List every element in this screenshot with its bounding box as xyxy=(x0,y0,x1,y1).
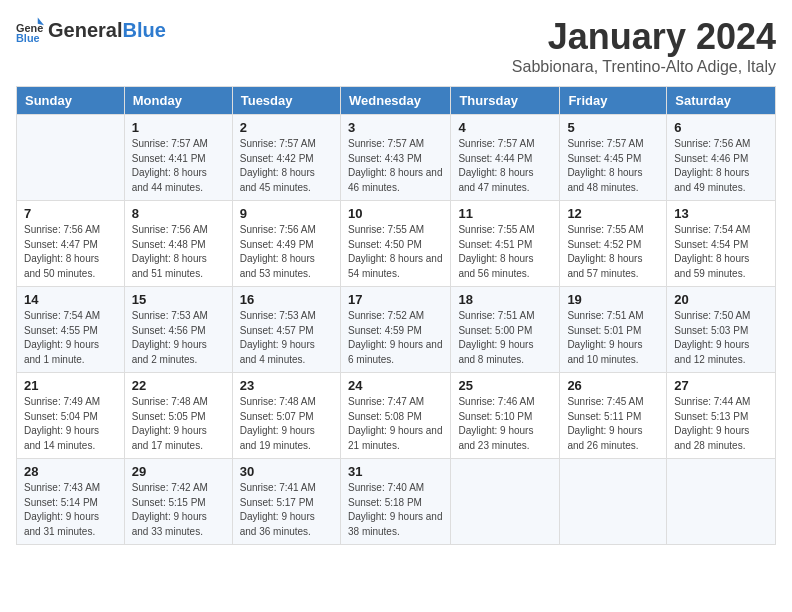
day-number: 23 xyxy=(240,378,333,393)
logo-general: General xyxy=(48,19,122,42)
day-number: 3 xyxy=(348,120,443,135)
day-number: 13 xyxy=(674,206,768,221)
day-info: Sunrise: 7:57 AMSunset: 4:41 PMDaylight:… xyxy=(132,137,225,195)
calendar-cell: 20Sunrise: 7:50 AMSunset: 5:03 PMDayligh… xyxy=(667,287,776,373)
day-number: 26 xyxy=(567,378,659,393)
calendar-table: SundayMondayTuesdayWednesdayThursdayFrid… xyxy=(16,86,776,545)
day-info: Sunrise: 7:55 AMSunset: 4:51 PMDaylight:… xyxy=(458,223,552,281)
day-number: 2 xyxy=(240,120,333,135)
logo: General Blue GeneralBlue xyxy=(16,16,166,44)
calendar-cell: 14Sunrise: 7:54 AMSunset: 4:55 PMDayligh… xyxy=(17,287,125,373)
day-number: 18 xyxy=(458,292,552,307)
day-number: 7 xyxy=(24,206,117,221)
calendar-cell: 25Sunrise: 7:46 AMSunset: 5:10 PMDayligh… xyxy=(451,373,560,459)
day-number: 12 xyxy=(567,206,659,221)
day-info: Sunrise: 7:44 AMSunset: 5:13 PMDaylight:… xyxy=(674,395,768,453)
calendar-cell: 23Sunrise: 7:48 AMSunset: 5:07 PMDayligh… xyxy=(232,373,340,459)
day-info: Sunrise: 7:57 AMSunset: 4:43 PMDaylight:… xyxy=(348,137,443,195)
day-number: 25 xyxy=(458,378,552,393)
day-info: Sunrise: 7:43 AMSunset: 5:14 PMDaylight:… xyxy=(24,481,117,539)
day-number: 5 xyxy=(567,120,659,135)
calendar-cell: 1Sunrise: 7:57 AMSunset: 4:41 PMDaylight… xyxy=(124,115,232,201)
day-info: Sunrise: 7:56 AMSunset: 4:46 PMDaylight:… xyxy=(674,137,768,195)
day-info: Sunrise: 7:56 AMSunset: 4:49 PMDaylight:… xyxy=(240,223,333,281)
day-info: Sunrise: 7:54 AMSunset: 4:55 PMDaylight:… xyxy=(24,309,117,367)
day-number: 16 xyxy=(240,292,333,307)
calendar-cell: 18Sunrise: 7:51 AMSunset: 5:00 PMDayligh… xyxy=(451,287,560,373)
day-info: Sunrise: 7:54 AMSunset: 4:54 PMDaylight:… xyxy=(674,223,768,281)
day-number: 9 xyxy=(240,206,333,221)
day-number: 14 xyxy=(24,292,117,307)
day-info: Sunrise: 7:55 AMSunset: 4:50 PMDaylight:… xyxy=(348,223,443,281)
day-number: 21 xyxy=(24,378,117,393)
weekday-header-sunday: Sunday xyxy=(17,87,125,115)
calendar-cell: 11Sunrise: 7:55 AMSunset: 4:51 PMDayligh… xyxy=(451,201,560,287)
day-info: Sunrise: 7:57 AMSunset: 4:45 PMDaylight:… xyxy=(567,137,659,195)
calendar-cell: 27Sunrise: 7:44 AMSunset: 5:13 PMDayligh… xyxy=(667,373,776,459)
calendar-cell: 31Sunrise: 7:40 AMSunset: 5:18 PMDayligh… xyxy=(340,459,450,545)
week-row-1: 1Sunrise: 7:57 AMSunset: 4:41 PMDaylight… xyxy=(17,115,776,201)
day-info: Sunrise: 7:40 AMSunset: 5:18 PMDaylight:… xyxy=(348,481,443,539)
day-info: Sunrise: 7:51 AMSunset: 5:00 PMDaylight:… xyxy=(458,309,552,367)
svg-text:Blue: Blue xyxy=(16,32,40,44)
day-number: 15 xyxy=(132,292,225,307)
day-number: 28 xyxy=(24,464,117,479)
calendar-cell: 12Sunrise: 7:55 AMSunset: 4:52 PMDayligh… xyxy=(560,201,667,287)
day-number: 20 xyxy=(674,292,768,307)
week-row-3: 14Sunrise: 7:54 AMSunset: 4:55 PMDayligh… xyxy=(17,287,776,373)
day-info: Sunrise: 7:52 AMSunset: 4:59 PMDaylight:… xyxy=(348,309,443,367)
calendar-cell: 29Sunrise: 7:42 AMSunset: 5:15 PMDayligh… xyxy=(124,459,232,545)
calendar-cell: 3Sunrise: 7:57 AMSunset: 4:43 PMDaylight… xyxy=(340,115,450,201)
day-number: 30 xyxy=(240,464,333,479)
day-info: Sunrise: 7:49 AMSunset: 5:04 PMDaylight:… xyxy=(24,395,117,453)
logo-icon: General Blue xyxy=(16,16,44,44)
calendar-cell: 30Sunrise: 7:41 AMSunset: 5:17 PMDayligh… xyxy=(232,459,340,545)
location-title: Sabbionara, Trentino-Alto Adige, Italy xyxy=(512,58,776,76)
weekday-header-thursday: Thursday xyxy=(451,87,560,115)
day-number: 19 xyxy=(567,292,659,307)
day-info: Sunrise: 7:53 AMSunset: 4:56 PMDaylight:… xyxy=(132,309,225,367)
logo-blue: Blue xyxy=(122,19,165,42)
month-title: January 2024 xyxy=(512,16,776,58)
calendar-cell: 5Sunrise: 7:57 AMSunset: 4:45 PMDaylight… xyxy=(560,115,667,201)
calendar-cell: 9Sunrise: 7:56 AMSunset: 4:49 PMDaylight… xyxy=(232,201,340,287)
day-number: 6 xyxy=(674,120,768,135)
day-number: 31 xyxy=(348,464,443,479)
day-info: Sunrise: 7:48 AMSunset: 5:07 PMDaylight:… xyxy=(240,395,333,453)
weekday-header-tuesday: Tuesday xyxy=(232,87,340,115)
calendar-cell: 19Sunrise: 7:51 AMSunset: 5:01 PMDayligh… xyxy=(560,287,667,373)
calendar-cell: 13Sunrise: 7:54 AMSunset: 4:54 PMDayligh… xyxy=(667,201,776,287)
calendar-cell: 8Sunrise: 7:56 AMSunset: 4:48 PMDaylight… xyxy=(124,201,232,287)
title-section: January 2024 Sabbionara, Trentino-Alto A… xyxy=(512,16,776,76)
day-info: Sunrise: 7:56 AMSunset: 4:47 PMDaylight:… xyxy=(24,223,117,281)
day-info: Sunrise: 7:50 AMSunset: 5:03 PMDaylight:… xyxy=(674,309,768,367)
day-number: 17 xyxy=(348,292,443,307)
calendar-cell: 17Sunrise: 7:52 AMSunset: 4:59 PMDayligh… xyxy=(340,287,450,373)
weekday-header-row: SundayMondayTuesdayWednesdayThursdayFrid… xyxy=(17,87,776,115)
day-number: 1 xyxy=(132,120,225,135)
calendar-cell: 26Sunrise: 7:45 AMSunset: 5:11 PMDayligh… xyxy=(560,373,667,459)
calendar-cell: 2Sunrise: 7:57 AMSunset: 4:42 PMDaylight… xyxy=(232,115,340,201)
day-info: Sunrise: 7:47 AMSunset: 5:08 PMDaylight:… xyxy=(348,395,443,453)
day-info: Sunrise: 7:51 AMSunset: 5:01 PMDaylight:… xyxy=(567,309,659,367)
day-info: Sunrise: 7:57 AMSunset: 4:42 PMDaylight:… xyxy=(240,137,333,195)
day-number: 22 xyxy=(132,378,225,393)
calendar-cell: 6Sunrise: 7:56 AMSunset: 4:46 PMDaylight… xyxy=(667,115,776,201)
header: General Blue GeneralBlue January 2024 Sa… xyxy=(16,16,776,76)
calendar-cell: 10Sunrise: 7:55 AMSunset: 4:50 PMDayligh… xyxy=(340,201,450,287)
day-number: 11 xyxy=(458,206,552,221)
weekday-header-wednesday: Wednesday xyxy=(340,87,450,115)
day-info: Sunrise: 7:45 AMSunset: 5:11 PMDaylight:… xyxy=(567,395,659,453)
weekday-header-monday: Monday xyxy=(124,87,232,115)
day-info: Sunrise: 7:41 AMSunset: 5:17 PMDaylight:… xyxy=(240,481,333,539)
day-info: Sunrise: 7:42 AMSunset: 5:15 PMDaylight:… xyxy=(132,481,225,539)
week-row-5: 28Sunrise: 7:43 AMSunset: 5:14 PMDayligh… xyxy=(17,459,776,545)
weekday-header-friday: Friday xyxy=(560,87,667,115)
week-row-2: 7Sunrise: 7:56 AMSunset: 4:47 PMDaylight… xyxy=(17,201,776,287)
day-number: 24 xyxy=(348,378,443,393)
day-info: Sunrise: 7:46 AMSunset: 5:10 PMDaylight:… xyxy=(458,395,552,453)
calendar-cell: 16Sunrise: 7:53 AMSunset: 4:57 PMDayligh… xyxy=(232,287,340,373)
calendar-cell: 15Sunrise: 7:53 AMSunset: 4:56 PMDayligh… xyxy=(124,287,232,373)
calendar-cell: 28Sunrise: 7:43 AMSunset: 5:14 PMDayligh… xyxy=(17,459,125,545)
day-info: Sunrise: 7:56 AMSunset: 4:48 PMDaylight:… xyxy=(132,223,225,281)
